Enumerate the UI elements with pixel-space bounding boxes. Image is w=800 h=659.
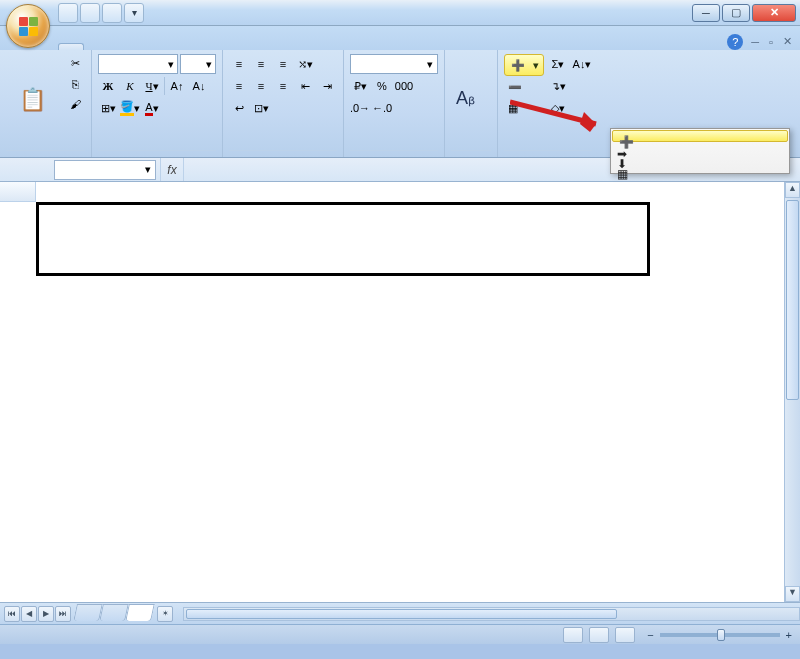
svg-marker-1 (580, 112, 596, 132)
currency-button[interactable]: ₽▾ (350, 76, 370, 96)
group-label-alignment (229, 150, 337, 155)
page-layout-view-button[interactable] (589, 627, 609, 643)
tab-insert[interactable] (84, 43, 110, 50)
qat-save-button[interactable] (58, 3, 78, 23)
restore-window-icon[interactable]: ▫ (767, 34, 775, 50)
merged-title-cell[interactable] (36, 202, 650, 276)
merge-center-button[interactable]: ⊡▾ (251, 98, 271, 118)
menu-insert-cells[interactable]: ➕ (612, 130, 788, 142)
percent-button[interactable]: % (372, 76, 392, 96)
increase-decimal-button[interactable]: .0→ (350, 98, 370, 118)
zoom-thumb[interactable] (717, 629, 725, 641)
autosum-button[interactable]: Σ▾ (548, 54, 568, 74)
normal-view-button[interactable] (563, 627, 583, 643)
styles-icon: Aᵦ (456, 87, 486, 115)
zoom-slider[interactable] (660, 633, 780, 637)
copy-icon: ⎘ (72, 78, 79, 90)
sheet-nav-first[interactable]: ⏮ (4, 606, 20, 622)
format-painter-button[interactable]: 🖌 (66, 95, 85, 113)
shrink-font-button[interactable]: A↓ (189, 76, 209, 96)
cut-button[interactable]: ✂ (66, 54, 85, 73)
qat-undo-button[interactable] (80, 3, 100, 23)
minimize-button[interactable]: ─ (692, 4, 720, 22)
underline-button[interactable]: Ч▾ (142, 76, 162, 96)
menu-insert-rows[interactable]: ➡ (611, 143, 789, 153)
grow-font-button[interactable]: A↑ (167, 76, 187, 96)
scroll-down-button[interactable]: ▼ (785, 586, 800, 602)
comma-button[interactable]: 000 (394, 76, 414, 96)
group-label-font (98, 150, 216, 155)
delete-cells-button[interactable]: ➖ (504, 78, 544, 97)
insert-cells-button[interactable]: ➕ ▾ (504, 54, 544, 76)
align-bottom-button[interactable]: ≡ (273, 54, 293, 74)
tab-home[interactable] (58, 43, 84, 50)
copy-button[interactable]: ⎘ (66, 75, 85, 93)
tab-review[interactable] (188, 43, 214, 50)
sheet-tab-2[interactable] (99, 604, 129, 621)
horizontal-scrollbar[interactable] (183, 607, 800, 621)
font-name-combo[interactable]: ▾ (98, 54, 178, 74)
office-button[interactable] (6, 4, 50, 48)
sort-filter-button[interactable]: A↓▾ (572, 54, 592, 74)
new-sheet-button[interactable]: ✶ (157, 606, 173, 622)
paste-icon: 📋 (19, 87, 49, 115)
chevron-down-icon: ▾ (145, 163, 151, 176)
align-right-button[interactable]: ≡ (273, 76, 293, 96)
font-size-combo[interactable]: ▾ (180, 54, 216, 74)
align-center-button[interactable]: ≡ (251, 76, 271, 96)
font-color-button[interactable]: A▾ (142, 98, 162, 118)
decrease-decimal-button[interactable]: ←.0 (372, 98, 392, 118)
scroll-thumb[interactable] (786, 200, 799, 400)
menu-insert-sheet[interactable]: ▦ (611, 163, 789, 173)
align-middle-button[interactable]: ≡ (251, 54, 271, 74)
italic-button[interactable]: К (120, 76, 140, 96)
tab-view[interactable] (214, 43, 240, 50)
select-all-button[interactable] (0, 182, 36, 202)
align-top-button[interactable]: ≡ (229, 54, 249, 74)
tab-page-layout[interactable] (110, 43, 136, 50)
wrap-text-button[interactable]: ↩ (229, 98, 249, 118)
group-label-number (350, 150, 438, 155)
decrease-indent-button[interactable]: ⇤ (295, 76, 315, 96)
name-box[interactable]: ▾ (54, 160, 156, 180)
scroll-up-button[interactable]: ▲ (785, 182, 800, 198)
minimize-ribbon-icon[interactable]: ─ (749, 34, 761, 50)
close-button[interactable]: ✕ (752, 4, 796, 22)
close-workbook-icon[interactable]: ✕ (781, 33, 794, 50)
vertical-scrollbar[interactable]: ▲ ▼ (784, 182, 800, 602)
sheet-nav-next[interactable]: ▶ (38, 606, 54, 622)
cell-styles-button[interactable]: Aᵦ (451, 54, 491, 150)
group-clipboard: 📋 ✂ ⎘ 🖌 (0, 50, 92, 157)
page-break-view-button[interactable] (615, 627, 635, 643)
bold-button[interactable]: Ж (98, 76, 118, 96)
qat-customize-button[interactable]: ▾ (124, 3, 144, 23)
sheet-tab-3[interactable] (125, 604, 155, 621)
zoom-in-button[interactable]: + (786, 629, 792, 641)
titlebar: ▾ ─ ▢ ✕ (0, 0, 800, 26)
hscroll-thumb[interactable] (186, 609, 617, 619)
column-headers (36, 182, 784, 202)
fill-button[interactable]: ↴▾ (548, 76, 568, 96)
maximize-button[interactable]: ▢ (722, 4, 750, 22)
font-color-icon: A (145, 101, 152, 116)
orientation-button[interactable]: ⤭▾ (295, 54, 315, 74)
help-icon[interactable]: ? (727, 34, 743, 50)
zoom-out-button[interactable]: − (647, 629, 653, 641)
tab-formulas[interactable] (136, 43, 162, 50)
tab-data[interactable] (162, 43, 188, 50)
fx-button[interactable]: fx (160, 158, 184, 181)
increase-indent-button[interactable]: ⇥ (317, 76, 337, 96)
qat-redo-button[interactable] (102, 3, 122, 23)
sheet-nav-prev[interactable]: ◀ (21, 606, 37, 622)
group-font: ▾ ▾ Ж К Ч▾ A↑ A↓ ⊞▾ 🪣▾ A▾ (92, 50, 223, 157)
fill-color-button[interactable]: 🪣▾ (120, 98, 140, 118)
borders-button[interactable]: ⊞▾ (98, 98, 118, 118)
sheet-nav-last[interactable]: ⏭ (55, 606, 71, 622)
menu-insert-columns[interactable]: ⬇ (611, 153, 789, 163)
group-styles: Aᵦ (445, 50, 498, 157)
sheet-tab-1[interactable] (73, 604, 103, 621)
brush-icon: 🖌 (70, 98, 81, 110)
number-format-combo[interactable]: ▾ (350, 54, 438, 74)
align-left-button[interactable]: ≡ (229, 76, 249, 96)
paste-button[interactable]: 📋 (6, 54, 62, 150)
